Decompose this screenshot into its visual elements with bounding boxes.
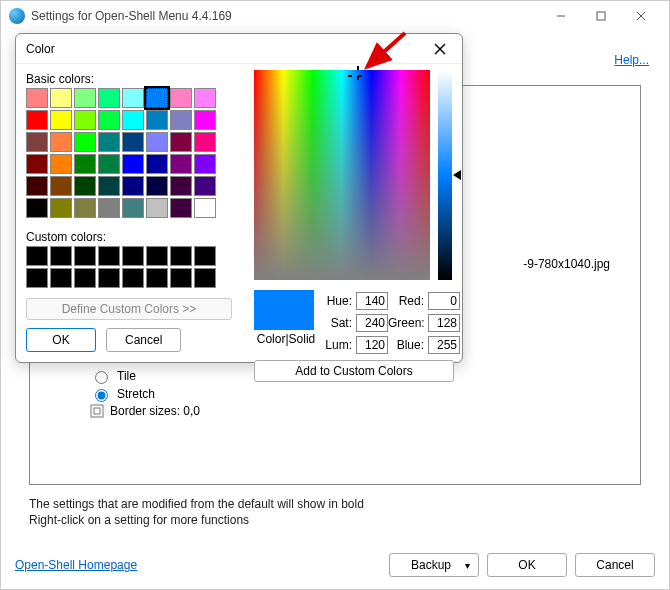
basic-color-swatch[interactable] [74,176,96,196]
radio-tile[interactable] [95,371,108,384]
basic-color-swatch[interactable] [98,132,120,152]
basic-color-swatch[interactable] [98,110,120,130]
backup-dropdown[interactable]: Backup [389,553,479,577]
color-gradient-picker[interactable] [254,70,430,280]
basic-color-swatch[interactable] [122,154,144,174]
minimize-button[interactable] [541,2,581,30]
basic-color-swatch[interactable] [74,132,96,152]
basic-color-swatch[interactable] [26,110,48,130]
color-cancel-button[interactable]: Cancel [106,328,181,352]
basic-color-swatch[interactable] [170,110,192,130]
radio-tile-label: Tile [117,369,136,383]
help-link[interactable]: Help... [614,53,649,67]
custom-color-swatch[interactable] [122,246,144,266]
maximize-button[interactable] [581,2,621,30]
basic-color-swatch[interactable] [26,198,48,218]
homepage-link[interactable]: Open-Shell Homepage [15,558,137,572]
color-dialog-titlebar: Color [16,34,462,64]
main-ok-button[interactable]: OK [487,553,567,577]
basic-color-swatch[interactable] [170,154,192,174]
close-button[interactable] [621,2,661,30]
sat-input[interactable] [356,314,388,332]
blue-input[interactable] [428,336,460,354]
luminance-slider[interactable] [438,70,452,280]
basic-color-swatch[interactable] [146,88,168,108]
basic-color-swatch[interactable] [146,154,168,174]
green-input[interactable] [428,314,460,332]
basic-color-swatch[interactable] [98,198,120,218]
basic-color-swatch[interactable] [50,88,72,108]
basic-color-swatch[interactable] [26,154,48,174]
basic-color-swatch[interactable] [122,176,144,196]
basic-color-swatch[interactable] [74,88,96,108]
basic-color-swatch[interactable] [74,198,96,218]
radio-stretch[interactable] [95,389,108,402]
basic-color-swatch[interactable] [74,110,96,130]
basic-color-swatch[interactable] [122,88,144,108]
main-cancel-button[interactable]: Cancel [575,553,655,577]
basic-color-swatch[interactable] [50,198,72,218]
basic-color-swatch[interactable] [194,154,216,174]
basic-color-swatch[interactable] [194,198,216,218]
basic-color-swatch[interactable] [74,154,96,174]
custom-color-swatch[interactable] [74,246,96,266]
custom-color-swatch[interactable] [194,246,216,266]
basic-color-swatch[interactable] [194,176,216,196]
basic-color-swatch[interactable] [50,132,72,152]
color-ok-button[interactable]: OK [26,328,96,352]
custom-color-swatch[interactable] [50,268,72,288]
basic-color-swatch[interactable] [50,154,72,174]
bottom-bar: Open-Shell Homepage Backup OK Cancel [15,553,655,577]
basic-color-swatch[interactable] [194,110,216,130]
footer-line1: The settings that are modified from the … [29,497,364,513]
custom-color-swatch[interactable] [26,268,48,288]
basic-color-swatch[interactable] [98,154,120,174]
basic-color-swatch[interactable] [194,88,216,108]
basic-color-swatch[interactable] [146,198,168,218]
basic-color-swatch[interactable] [98,88,120,108]
basic-color-swatch[interactable] [146,132,168,152]
border-sizes-label: Border sizes: 0,0 [110,404,200,418]
app-icon [9,8,25,24]
settings-window: Settings for Open-Shell Menu 4.4.169 Hel… [0,0,670,590]
basic-color-swatch[interactable] [146,176,168,196]
lum-label: Lum: [322,338,352,352]
custom-color-swatch[interactable] [98,246,120,266]
hue-input[interactable] [356,292,388,310]
radio-stretch-row[interactable]: Stretch [90,386,640,402]
custom-color-swatch[interactable] [98,268,120,288]
custom-color-swatch[interactable] [194,268,216,288]
basic-color-swatch[interactable] [50,110,72,130]
basic-color-swatch[interactable] [170,198,192,218]
add-to-custom-button[interactable]: Add to Custom Colors [254,360,454,382]
custom-color-swatch[interactable] [146,268,168,288]
basic-color-swatch[interactable] [26,176,48,196]
footer-line2: Right-click on a setting for more functi… [29,513,364,529]
color-dialog-close-button[interactable] [428,37,452,61]
custom-color-swatch[interactable] [26,246,48,266]
basic-color-swatch[interactable] [146,110,168,130]
basic-color-swatch[interactable] [170,88,192,108]
basic-color-swatch[interactable] [122,132,144,152]
custom-color-swatch[interactable] [170,246,192,266]
basic-color-swatch[interactable] [122,198,144,218]
define-custom-colors-button[interactable]: Define Custom Colors >> [26,298,232,320]
radio-stretch-label: Stretch [117,387,155,401]
border-sizes-row[interactable]: Border sizes: 0,0 [90,404,640,418]
custom-color-swatch[interactable] [74,268,96,288]
basic-color-swatch[interactable] [26,88,48,108]
basic-color-swatch[interactable] [194,132,216,152]
custom-color-swatch[interactable] [122,268,144,288]
lum-input[interactable] [356,336,388,354]
basic-color-swatch[interactable] [122,110,144,130]
red-input[interactable] [428,292,460,310]
basic-color-swatch[interactable] [50,176,72,196]
sat-label: Sat: [322,316,352,330]
basic-color-swatch[interactable] [26,132,48,152]
basic-color-swatch[interactable] [170,132,192,152]
custom-color-swatch[interactable] [170,268,192,288]
basic-color-swatch[interactable] [170,176,192,196]
custom-color-swatch[interactable] [146,246,168,266]
basic-color-swatch[interactable] [98,176,120,196]
custom-color-swatch[interactable] [50,246,72,266]
